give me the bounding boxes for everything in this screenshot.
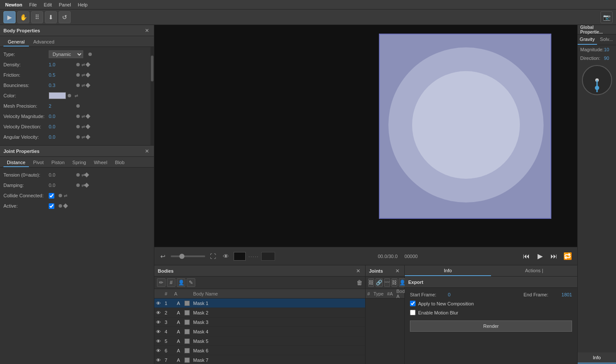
bodies-toolbar: ✏ # 👤 ✎ 🗑: [154, 277, 365, 289]
collide-checkbox[interactable]: [49, 193, 54, 199]
bodies-panel-close[interactable]: ✕: [355, 268, 362, 274]
damping-diamond[interactable]: [84, 183, 89, 187]
menu-help[interactable]: Help: [75, 0, 91, 9]
body-name-2: Mask 2: [191, 310, 363, 315]
solver-tab[interactable]: Solv...: [597, 34, 616, 45]
vel-dir-value: 0.0: [49, 124, 75, 129]
joints-chain-btn[interactable]: 🔗: [375, 278, 383, 287]
zoom-slider[interactable]: [171, 255, 205, 257]
actions-tab[interactable]: Actions |: [491, 265, 577, 276]
body-row-6[interactable]: 👁 6 A Mask 6: [154, 346, 365, 355]
color-box[interactable]: [234, 252, 246, 261]
bodies-person-btn[interactable]: 👤: [177, 278, 185, 287]
body-a-5: A: [174, 339, 183, 344]
type-label: Type:: [3, 52, 49, 57]
info-actions-right-tabs: Info: [578, 352, 616, 364]
friction-shuffle-icon[interactable]: ⇌: [81, 73, 85, 78]
body-row-2[interactable]: 👁 2 A Mask 2: [154, 308, 365, 317]
tab-general[interactable]: General: [3, 38, 29, 47]
play-button[interactable]: ▶: [534, 250, 546, 262]
joint-header-type: Type: [373, 291, 384, 296]
body-props-scrollbar[interactable]: [150, 47, 154, 145]
body-row-1[interactable]: 👁 1 A Mask 1: [154, 299, 365, 308]
info-right-tab[interactable]: Info: [578, 352, 616, 364]
joints-wavy-btn[interactable]: 〰: [384, 278, 390, 287]
collide-shuffle-icon[interactable]: ⇌: [64, 193, 67, 198]
rewind-button[interactable]: ⏮: [520, 250, 532, 262]
joints-link-btn[interactable]: ⛓: [368, 278, 374, 287]
direction-label: Direction:: [580, 56, 604, 61]
loop-tool-button[interactable]: ↺: [59, 11, 71, 23]
vel-dir-label: Velocity Direction:: [3, 124, 49, 129]
ang-vel-label: Angular Velocity:: [3, 134, 49, 140]
damping-dot: [76, 184, 80, 187]
global-props-header: Global Propertie...: [578, 25, 616, 34]
header-name: Body Name: [191, 291, 363, 296]
undo-button[interactable]: ↩: [158, 251, 168, 261]
ang-vel-diamond[interactable]: [85, 134, 90, 139]
joint-tab-blob[interactable]: Blob: [112, 159, 128, 167]
joint-tab-wheel[interactable]: Wheel: [91, 159, 111, 167]
vel-dir-shuffle-icon[interactable]: ⇌: [81, 124, 85, 129]
joint-tab-pivot[interactable]: Pivot: [30, 159, 47, 167]
bounciness-diamond[interactable]: [85, 83, 90, 87]
joints-chain2-btn[interactable]: ⛓: [391, 278, 397, 287]
header-num: #: [165, 291, 174, 296]
joint-tab-piston[interactable]: Piston: [48, 159, 68, 167]
select-tool-button[interactable]: ▶: [3, 11, 16, 23]
color-swatch[interactable]: [49, 92, 66, 99]
density-diamond[interactable]: [85, 62, 90, 67]
gravity-tab[interactable]: Gravity: [578, 34, 597, 45]
color-shuffle-icon[interactable]: ⇌: [75, 93, 78, 98]
gravity-compass[interactable]: [582, 65, 612, 95]
body-eye-4: 👁: [156, 329, 165, 334]
friction-diamond[interactable]: [85, 72, 90, 77]
joint-tab-distance[interactable]: Distance: [3, 159, 29, 167]
grid-tool-button[interactable]: ⠿: [31, 11, 43, 23]
down-tool-button[interactable]: ⬇: [45, 11, 57, 23]
vel-mag-diamond[interactable]: [85, 114, 90, 118]
tension-diamond[interactable]: [84, 172, 89, 177]
body-properties-close[interactable]: ✕: [144, 27, 150, 34]
joint-header-num: #: [367, 291, 370, 296]
info-tab[interactable]: Info: [405, 265, 491, 276]
viewport-canvas[interactable]: [379, 34, 551, 219]
density-shuffle-icon[interactable]: ⇌: [81, 62, 85, 67]
ang-vel-shuffle-icon[interactable]: ⇌: [81, 135, 85, 140]
active-checkbox[interactable]: [49, 203, 54, 209]
header-a: A: [174, 291, 183, 296]
eye-button[interactable]: 👁: [221, 251, 231, 261]
body-num-1: 1: [165, 301, 174, 306]
body-row-4[interactable]: 👁 4 A Mask 4: [154, 327, 365, 336]
motion-blur-checkbox[interactable]: [410, 310, 416, 315]
render-button[interactable]: Render: [410, 320, 572, 332]
zoom-fit-button[interactable]: ⛶: [208, 251, 218, 261]
active-diamond[interactable]: [63, 203, 68, 208]
hand-tool-button[interactable]: ✋: [17, 11, 29, 23]
camera-button[interactable]: 📷: [600, 11, 613, 23]
bodies-panel: Bodies ✕ ✏ # 👤 ✎ 🗑 # A: [154, 265, 366, 364]
bodies-pencil-btn[interactable]: ✏: [157, 278, 166, 287]
joints-panel-close[interactable]: ✕: [394, 268, 401, 274]
menu-edit[interactable]: Edit: [40, 0, 55, 9]
type-select[interactable]: Dynamic Static Kinematic: [49, 50, 83, 58]
menu-panel[interactable]: Panel: [55, 0, 74, 9]
joint-tab-spring[interactable]: Spring: [69, 159, 90, 167]
bodies-edit-btn[interactable]: ✎: [187, 278, 195, 287]
menu-brand[interactable]: Newton: [2, 0, 26, 9]
bodies-hash-btn[interactable]: #: [167, 278, 175, 287]
apply-composition-checkbox[interactable]: [410, 301, 416, 306]
joint-properties-close[interactable]: ✕: [144, 148, 150, 155]
vel-mag-shuffle-icon[interactable]: ⇌: [81, 114, 85, 119]
compass-end-dot: [595, 86, 599, 90]
body-row-7[interactable]: 👁 7 A Mask 7: [154, 355, 365, 364]
body-row-3[interactable]: 👁 3 A Mask 3: [154, 317, 365, 327]
menu-file[interactable]: File: [26, 0, 41, 9]
step-forward-button[interactable]: ⏭: [548, 250, 560, 262]
tab-advanced[interactable]: Advanced: [29, 38, 59, 47]
body-row-5[interactable]: 👁 5 A Mask 5: [154, 336, 365, 346]
loop-button[interactable]: 🔁: [562, 250, 574, 262]
vel-dir-diamond[interactable]: [85, 124, 90, 129]
bounciness-shuffle-icon[interactable]: ⇌: [81, 83, 85, 88]
bodies-trash-btn[interactable]: 🗑: [356, 279, 363, 286]
